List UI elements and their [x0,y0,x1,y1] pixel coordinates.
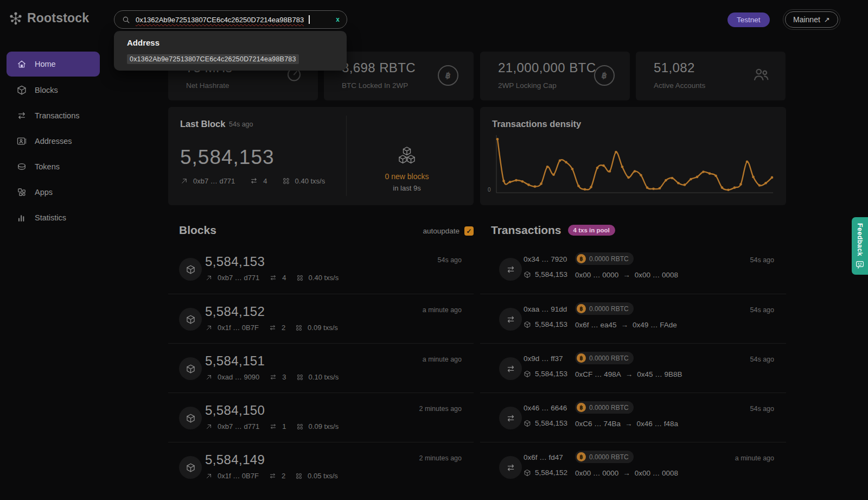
block-tx-rate: 0.40 txs/s [309,274,339,282]
search-input-value[interactable]: 0x1362Ab9e72513807CE6c4c26250D7214ea98B7… [136,16,304,24]
autoupdate-toggle[interactable]: autoupdate ✓ [381,226,474,236]
sidebar-item-tokens[interactable]: Tokens [7,154,100,179]
autoupdate-checkbox[interactable]: ✓ [464,226,474,236]
txs-in-pool-badge[interactable]: 4 txs in pool [568,225,615,236]
rbtc-coin-icon: ฿ [577,403,586,412]
mainnet-label: Mainnet [793,15,820,24]
transaction-block-link[interactable]: 5,584,153 [535,270,567,279]
transaction-row[interactable]: 0xaa … 91dd 5,584,153 ฿ 0.0000 RBTC 0x6f… [480,294,786,343]
rootstock-logo[interactable]: Rootstock [9,11,89,26]
block-row[interactable]: 5,584,151 0xad … 9090 3 0.10 txs/s a min… [168,343,474,393]
bitcoin-icon: ฿ [438,65,458,86]
sidebar-item-label: Addresses [35,137,72,145]
feedback-button[interactable]: Feedback [852,217,868,275]
transaction-from-link[interactable]: 0x00 … 0000 [575,469,618,477]
block-cube-icon [179,407,202,429]
transaction-hash-link[interactable]: 0x6f … fd47 [524,453,563,461]
transaction-to-link[interactable]: 0x00 … 0008 [635,271,678,279]
arrows-swap-icon [269,472,277,480]
block-number-link[interactable]: 5,584,153 [205,254,265,269]
block-row[interactable]: 5,584,149 0x1f … 0B7F 2 0.05 txs/s 2 min… [168,442,474,491]
transaction-to-link[interactable]: 0x45 … 9B8B [637,370,682,378]
search-suggestions-dropdown: Address 0x1362Ab9e72513807CE6c4c26250D72… [114,31,347,71]
transaction-block-link[interactable]: 5,584,152 [535,469,567,477]
arrow-right-icon: → [623,271,630,279]
transaction-hash-link[interactable]: 0x46 … 6646 [524,404,567,412]
block-miner-hash[interactable]: 0x1f … 0B7F [218,472,259,480]
transaction-block-link[interactable]: 5,584,153 [535,320,567,328]
last-block-panel: Last Block 54s ago 5,584,153 0xb7 … d771… [168,107,474,205]
transaction-to-link[interactable]: 0x46 … f48a [637,420,679,428]
block-number-link[interactable]: 5,584,149 [205,452,265,467]
cube-icon [16,85,27,96]
block-number-link[interactable]: 5,584,150 [205,403,265,418]
arrow-right-icon: → [623,469,630,477]
sidebar-item-apps[interactable]: Apps [7,180,100,205]
transaction-hash-link[interactable]: 0x9d … ff37 [524,355,563,363]
sidebar-item-label: Tokens [35,162,60,171]
stat-label: Active Accounts [654,81,705,90]
transaction-block-link[interactable]: 5,584,153 [535,419,567,427]
sidebar-item-transactions[interactable]: Transactions [7,103,100,128]
block-tx-rate: 0.09 txs/s [309,422,339,431]
transaction-row[interactable]: 0x34 … 7920 5,584,153 ฿ 0.0000 RBTC 0x00… [480,244,786,294]
blocks-list-title: Blocks [179,224,216,237]
block-tx-count: 2 [282,472,285,480]
last-block-title: Last Block [180,119,225,129]
stat-label: Net Hashrate [186,81,229,90]
transaction-row[interactable]: 0x6f … fd47 5,584,152 ฿ 0.0000 RBTC 0x00… [480,442,786,491]
search-input[interactable]: 0x1362Ab9e72513807CE6c4c26250D7214ea98B7… [114,10,347,29]
stat-card-active-accounts: 51,082 Active Accounts [636,52,786,100]
transaction-from-link[interactable]: 0x6f … ea45 [575,321,617,329]
arrows-swap-icon [269,373,277,381]
transaction-hash-link[interactable]: 0xaa … 91dd [524,305,567,313]
clear-search-icon[interactable]: x [336,16,340,23]
transaction-from-link[interactable]: 0xC6 … 74Ba [575,420,621,428]
transaction-amount-badge: ฿ 0.0000 RBTC [575,252,634,265]
transaction-amount-badge: ฿ 0.0000 RBTC [575,302,634,315]
transaction-to-link[interactable]: 0x00 … 0008 [635,469,678,477]
block-miner-hash[interactable]: 0xb7 … d771 [218,422,259,431]
block-tx-count: 4 [282,274,286,282]
last-block-number[interactable]: 5,584,153 [180,146,275,169]
new-blocks-count: 0 new blocks [353,172,461,181]
transactions-list-title: Transactions [491,224,561,237]
block-miner-hash[interactable]: 0xad … 9090 [218,373,259,381]
chart-title: Transactions density [492,119,581,129]
transaction-from-link[interactable]: 0xCF … 498A [575,370,621,378]
block-number-link[interactable]: 5,584,152 [205,304,265,319]
sidebar-item-statistics[interactable]: Statistics [7,205,100,230]
testnet-button[interactable]: Testnet [727,12,770,27]
block-row[interactable]: 5,584,153 0xb7 … d771 4 0.40 txs/s 54s a… [168,244,474,294]
block-miner-hash[interactable]: 0xb7 … d771 [218,274,259,282]
transaction-amount: 0.0000 RBTC [589,355,629,362]
mainnet-button[interactable]: Mainnet ↗ [785,11,838,28]
transaction-from-link[interactable]: 0x00 … 0000 [575,271,618,279]
sidebar-item-label: Blocks [35,86,58,94]
bitcoin-icon: ฿ [594,65,615,86]
block-tx-rate: 0.05 txs/s [308,472,338,480]
dropdown-address-result[interactable]: 0x1362Ab9e72513807CE6c4c26250D7214ea98B7… [127,54,299,64]
block-row[interactable]: 5,584,150 0xb7 … d771 1 0.09 txs/s 2 min… [168,393,474,442]
transaction-row[interactable]: 0x46 … 6646 5,584,153 ฿ 0.0000 RBTC 0xC6… [480,393,786,442]
block-tx-count: 3 [282,373,286,381]
miner-arrow-icon [205,472,213,480]
sidebar-item-home[interactable]: Home [7,52,100,77]
arrows-swap-icon [269,324,277,332]
block-row[interactable]: 5,584,152 0x1f … 0B7F 2 0.09 txs/s a min… [168,294,474,343]
transaction-block-link[interactable]: 5,584,153 [535,370,567,378]
transaction-to-link[interactable]: 0x49 … FAde [633,321,677,329]
stat-card-locking-cap: 21,000,000 BTC 2WP Locking Cap ฿ [480,52,630,100]
last-block-tx-count: 4 [263,177,267,185]
block-number-link[interactable]: 5,584,151 [205,353,265,369]
transactions-density-panel: Transactions density 0 [480,107,786,205]
last-block-miner-hash[interactable]: 0xb7 … d771 [193,177,235,185]
sidebar-item-addresses[interactable]: Addresses [7,129,100,154]
testnet-label: Testnet [737,16,761,24]
grid-icon [282,177,290,185]
block-miner-hash[interactable]: 0x1f … 0B7F [218,324,259,332]
transaction-hash-link[interactable]: 0x34 … 7920 [524,255,567,263]
rbtc-coin-icon: ฿ [577,452,586,461]
transaction-row[interactable]: 0x9d … ff37 5,584,153 ฿ 0.0000 RBTC 0xCF… [480,343,786,393]
sidebar-item-blocks[interactable]: Blocks [7,78,100,103]
